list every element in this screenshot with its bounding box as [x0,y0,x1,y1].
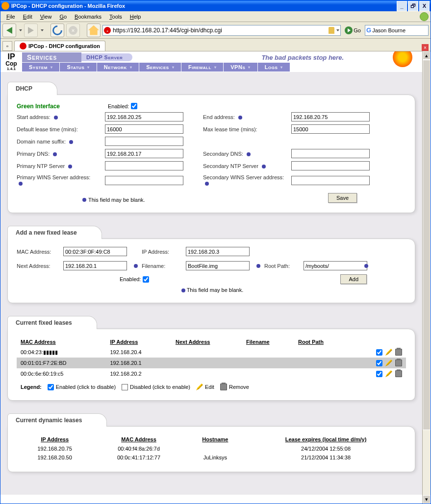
scroll-track[interactable] [423,60,431,495]
table-row: 00:01:01:F7:2E:BD 192.168.20.1 [17,358,406,368]
bullet-icon [247,152,251,156]
tab-favicon [20,43,26,49]
panel-title-add-lease: Add a new fixed lease [7,226,102,239]
bullet-icon [54,116,58,120]
stop-button[interactable]: × [66,24,80,37]
menu-file[interactable]: File [2,13,19,21]
trash-icon[interactable] [395,360,402,366]
menu-go[interactable]: Go [55,13,71,21]
forward-button[interactable] [24,24,38,37]
primary-dns-input[interactable] [105,149,183,158]
restore-button[interactable]: 🗗 [408,1,418,11]
go-button[interactable]: Go [343,26,363,34]
stop-icon: × [69,26,77,35]
home-button[interactable] [87,24,101,37]
col-mac[interactable]: MAC Address [93,434,184,444]
arrow-right-icon [28,27,34,34]
menubar: File Edit View Go Bookmarks Tools Help [0,11,431,22]
primary-ntp-label: Primary NTP Server [17,162,105,170]
enabled-checkbox[interactable] [131,103,137,109]
menu-tools[interactable]: Tools [105,13,126,21]
primary-ntp-input[interactable] [105,161,183,170]
max-lease-input[interactable] [291,124,370,134]
col-file: Filename [242,337,294,347]
root-path-input[interactable] [304,261,367,270]
scroll-up-button[interactable]: ▴ [423,51,431,60]
filename-input[interactable] [186,261,250,270]
page-viewport: IP Cop 1.4.1 Services DHCP Server The ba… [0,51,422,504]
tab-dhcp[interactable]: IPCop - DHCP configuration [14,41,105,51]
scroll-down-button[interactable]: ▾ [423,495,431,504]
forward-history-dropdown[interactable] [41,29,44,31]
col-ip[interactable]: IP Address [106,337,172,347]
primary-wins-label: Primary WINS Server address: [17,173,105,187]
save-button[interactable]: Save [328,193,357,203]
trash-icon[interactable] [395,349,402,356]
trash-icon [220,384,227,390]
bullet-icon [134,264,138,268]
domain-suffix-input[interactable] [105,137,183,146]
close-window-button[interactable]: X [419,1,430,11]
back-button[interactable] [2,24,16,37]
next-address-label: Next Address: [17,263,63,269]
minimize-button[interactable]: _ [397,1,407,11]
security-icon [104,27,111,34]
titlebar: IPCop - DHCP configuration - Mozilla Fir… [0,0,431,11]
trash-icon[interactable] [395,370,402,377]
secondary-ntp-input[interactable] [291,161,370,170]
ipcop-logo: IP Cop 1.4.1 [2,52,20,72]
panel-title-fixed-leases: Current fixed leases [7,316,97,329]
secondary-wins-input[interactable] [291,176,370,185]
nav-logs[interactable]: Logs▾ [258,63,290,72]
header-graphic [349,51,422,67]
back-history-dropdown[interactable] [19,29,22,31]
reload-button[interactable] [51,24,64,37]
row-enable-checkbox[interactable] [376,360,382,366]
nav-network[interactable]: Network▾ [97,63,139,72]
end-address-input[interactable] [291,112,370,121]
edit-icon[interactable] [385,349,392,356]
start-address-input[interactable] [105,112,183,121]
bullet-icon [205,182,209,186]
edit-icon[interactable] [385,370,392,377]
table-row: 00:0c:6e:60:19:c5 192.168.20.2 [17,368,406,379]
nav-system[interactable]: System▾ [22,63,59,72]
col-expires[interactable]: Lease expires (local time d/m/y) [246,434,406,444]
nav-firewall[interactable]: Firewall▾ [181,63,223,72]
primary-wins-input[interactable] [105,176,183,185]
menu-view[interactable]: View [36,13,56,21]
url-dropdown[interactable] [336,29,339,31]
add-button[interactable]: Add [340,274,367,284]
lease-enabled-checkbox[interactable] [143,276,149,283]
menu-help[interactable]: Help [126,13,145,21]
new-tab-button[interactable]: ▫ [2,41,12,51]
scroll-thumb[interactable] [423,60,431,430]
nav-vpns[interactable]: VPNs▾ [224,63,257,72]
next-address-input[interactable] [63,261,127,270]
url-bar[interactable] [102,25,341,36]
default-lease-input[interactable] [105,124,183,134]
secondary-dns-input[interactable] [291,149,370,158]
menu-edit[interactable]: Edit [19,13,36,21]
url-input[interactable] [113,27,328,34]
go-label: Go [354,27,361,33]
col-mac[interactable]: MAC Address [17,337,106,347]
col-host[interactable]: Hostname [185,434,246,444]
mac-input[interactable] [63,247,127,256]
reload-icon [51,23,64,37]
arrow-left-icon [6,27,12,34]
row-enable-checkbox[interactable] [376,371,382,377]
ip-input[interactable] [186,247,250,256]
search-bar[interactable]: G [365,25,429,36]
col-ip[interactable]: IP Address [17,434,93,444]
menu-bookmarks[interactable]: Bookmarks [71,13,105,21]
search-input[interactable] [372,27,431,33]
secondary-ntp-label: Secondary NTP Server [203,162,291,170]
nav-status[interactable]: Status▾ [60,63,96,72]
edit-icon[interactable] [385,360,392,366]
bullet-icon [69,140,73,144]
nav-services[interactable]: Services▾ [139,63,181,72]
vertical-scrollbar[interactable]: ▴ ▾ [422,51,431,504]
row-enable-checkbox[interactable] [376,349,382,356]
close-tab-button[interactable]: × [422,44,429,51]
